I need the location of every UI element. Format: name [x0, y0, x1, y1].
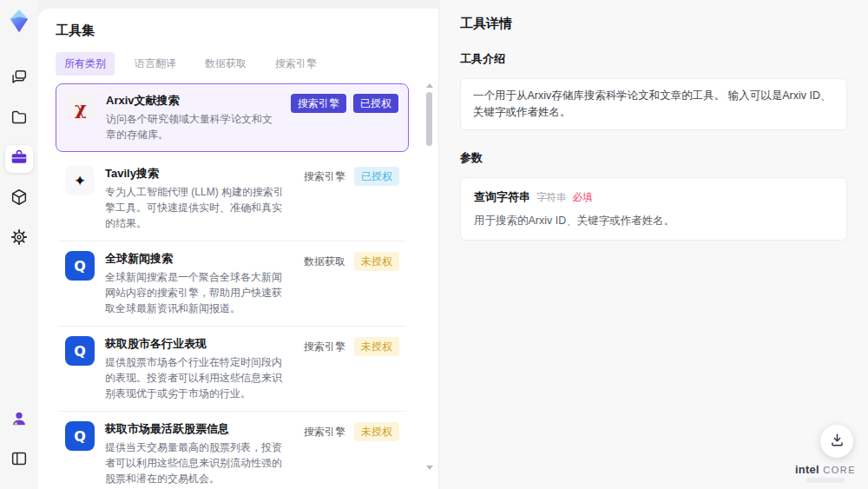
tool-description: 专为人工智能代理 (LLM) 构建的搜索引擎工具。可快速提供实时、准确和真实的结… [105, 184, 292, 231]
scroll-down-arrow-icon[interactable] [426, 466, 433, 470]
tool-name: 获取市场最活跃股票信息 [105, 421, 292, 437]
list-divider [58, 411, 406, 412]
folder-icon [10, 108, 29, 130]
tool-name: Arxiv文献搜索 [106, 93, 280, 109]
tab-search-engine[interactable]: 搜索引擎 [266, 52, 326, 76]
chat-icon [10, 68, 29, 90]
nav-plugins-button[interactable] [5, 185, 33, 213]
list-divider [58, 326, 406, 327]
page-title: 工具集 [56, 23, 419, 39]
blue-q-glyph: Q [74, 258, 86, 274]
tavily-glyph: ✦ [74, 172, 86, 190]
tool-name: 全球新闻搜索 [105, 251, 292, 267]
nav-files-button[interactable] [5, 105, 33, 133]
tool-card-arxiv[interactable]: χ Arxiv文献搜索 访问各个研究领域大量科学论文和文章的存储库。 搜索引擎 … [56, 83, 409, 152]
category-badge: 搜索引擎 [302, 337, 347, 356]
tavily-icon: ✦ [65, 166, 95, 195]
tool-name: Tavily搜索 [105, 166, 292, 182]
nav-settings-button[interactable] [5, 225, 33, 253]
param-description: 用于搜索的Arxiv ID、关键字或作者姓名。 [474, 213, 833, 228]
tool-description: 提供当天交易量最高的股票列表，投资者可以利用这些信息来识别流动性强的股票和潜在的… [105, 439, 292, 486]
gear-icon [10, 228, 29, 250]
auth-status-badge: 已授权 [353, 94, 398, 113]
user-avatar-icon [10, 409, 29, 432]
tool-intro-text: 一个用于从Arxiv存储库搜索科学论文和文章的工具。 输入可以是Arxiv ID… [460, 78, 847, 130]
tool-card-tavily[interactable]: ✦ Tavily搜索 专为人工智能代理 (LLM) 构建的搜索引擎工具。可快速提… [56, 157, 409, 240]
params-heading: 参数 [460, 150, 847, 166]
app-logo-icon [6, 7, 32, 35]
list-divider [58, 241, 406, 241]
param-type: 字符串 [536, 191, 567, 204]
tool-detail-panel: 工具详情 工具介绍 一个用于从Arxiv存储库搜索科学论文和文章的工具。 输入可… [438, 0, 868, 489]
collapse-sidebar-button[interactable] [5, 446, 33, 474]
detail-title: 工具详情 [460, 16, 847, 32]
tool-description: 提供股票市场各个行业在特定时间段内的表现。投资者可以利用这些信息来识别表现优于或… [105, 354, 292, 401]
category-badge: 搜索引擎 [291, 94, 346, 113]
nav-toolbox-button[interactable] [5, 145, 33, 173]
auth-status-badge: 未授权 [354, 422, 399, 441]
parameter-card: 查询字符串 字符串 必填 用于搜索的Arxiv ID、关键字或作者姓名。 [460, 177, 847, 241]
news-search-icon: Q [65, 251, 95, 281]
param-name: 查询字符串 [474, 189, 530, 205]
tab-all-categories[interactable]: 所有类别 [56, 52, 115, 76]
app-window: 工具集 所有类别 语言翻译 数据获取 搜索引擎 χ Arxiv文献搜索 访问各个… [0, 0, 868, 489]
active-stocks-icon: Q [65, 421, 95, 451]
tool-description: 访问各个研究领域大量科学论文和文章的存储库。 [106, 111, 280, 142]
param-required-badge: 必填 [573, 191, 593, 204]
tool-name: 获取股市各行业表现 [105, 336, 292, 352]
blue-q-glyph: Q [74, 428, 86, 445]
arxiv-icon: χ [66, 93, 95, 122]
briefcase-icon [10, 148, 29, 170]
blue-q-glyph: Q [74, 343, 86, 360]
tab-language-translation[interactable]: 语言翻译 [126, 52, 185, 76]
tool-card-active-stocks[interactable]: Q 获取市场最活跃股票信息 提供当天交易量最高的股票列表，投资者可以利用这些信息… [56, 413, 409, 489]
download-icon [829, 432, 845, 452]
panel-toggle-icon [10, 449, 29, 472]
category-badge: 搜索引擎 [302, 167, 347, 186]
category-badge: 数据获取 [302, 252, 347, 271]
auth-status-badge: 未授权 [354, 252, 399, 271]
left-nav-rail [0, 0, 38, 489]
cube-icon [10, 188, 29, 210]
user-profile-button[interactable] [5, 406, 33, 434]
tool-card-global-news[interactable]: Q 全球新闻搜索 全球新闻搜索是一个聚合全球各大新闻网站内容的搜索引擎，帮助用户… [56, 242, 409, 325]
download-button[interactable] [820, 425, 853, 458]
tab-data-fetch[interactable]: 数据获取 [196, 52, 255, 76]
tool-card-sector-performance[interactable]: Q 获取股市各行业表现 提供股票市场各个行业在特定时间段内的表现。投资者可以利用… [56, 327, 409, 410]
intro-heading: 工具介绍 [460, 51, 847, 67]
category-badge: 搜索引擎 [302, 422, 347, 441]
auth-status-badge: 已授权 [354, 167, 399, 186]
tool-list: χ Arxiv文献搜索 访问各个研究领域大量科学论文和文章的存储库。 搜索引擎 … [56, 83, 419, 489]
nav-chat-button[interactable] [5, 65, 33, 93]
scrollbar-thumb[interactable] [426, 92, 432, 146]
list-scrollbar [425, 82, 433, 487]
auth-status-badge: 未授权 [354, 337, 399, 356]
intel-series-text: CORE [823, 465, 856, 475]
intel-brand-text: intel [795, 463, 819, 476]
category-tabs: 所有类别 语言翻译 数据获取 搜索引擎 [56, 52, 419, 76]
tool-description: 全球新闻搜索是一个聚合全球各大新闻网站内容的搜索引擎，帮助用户快速获取全球最新资… [105, 269, 292, 316]
stock-sector-icon: Q [65, 336, 95, 366]
toolset-panel: 工具集 所有类别 语言翻译 数据获取 搜索引擎 χ Arxiv文献搜索 访问各个… [38, 9, 438, 489]
intel-core-logo: intel CORE [795, 463, 856, 483]
scroll-up-arrow-icon[interactable] [426, 83, 433, 88]
intel-logo-watermark [806, 478, 845, 483]
arxiv-glyph: χ [75, 97, 87, 119]
